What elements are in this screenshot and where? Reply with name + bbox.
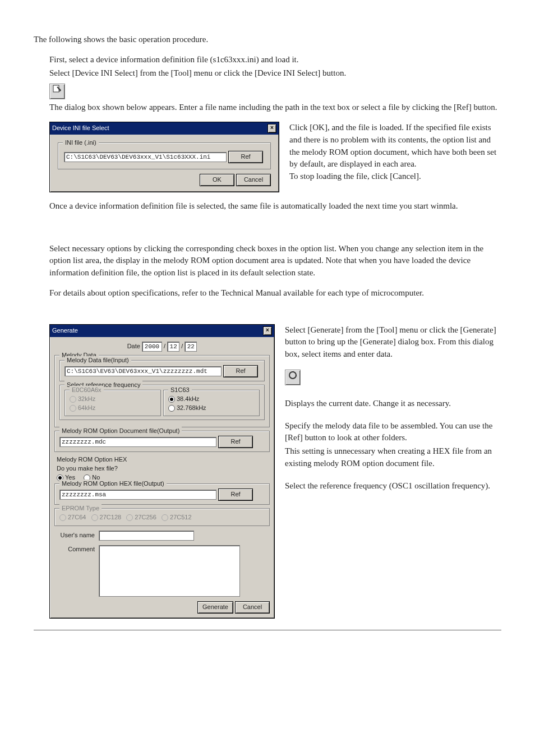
freq-left-title: E0C60A6x [70,386,104,395]
eprom-27c128: 27C128 [100,514,122,520]
freq-64khz: 64kHz [78,404,95,411]
radio-icon [126,514,133,521]
mdt-path-input[interactable]: C:\S1C63\EV63\DEV63xxx_V1\zzzzzzzz.mdt [64,366,222,376]
hex-file-legend: Melody ROM Option HEX file(Output) [59,480,167,488]
step1-line2: Select [Device INI Select] from the [Too… [49,67,501,80]
step1-right-text: Click [OK], and the file is loaded. If t… [289,122,501,170]
step2-line1: Select necessary options by clicking the… [49,243,501,279]
cancel-button[interactable]: Cancel [236,174,271,186]
mdc-legend: Melody ROM Option Document file(Output) [59,427,182,436]
generate-icon[interactable] [285,370,301,385]
ini-path-input[interactable]: C:\S1C63\DEV63\DEV63xxx_V1\S1c63XXX.ini [64,152,227,162]
step1-after-icon: The dialog box shown below appears. Ente… [49,102,501,114]
step2-line2: For details about option specifications,… [49,287,501,299]
comment-input[interactable] [99,545,240,597]
step3-r1: Select [Generate] from the [Tool] menu o… [285,324,501,361]
hex-group-label: Melody ROM Option HEX [57,455,270,464]
radio-icon [70,405,76,412]
user-name-label: User's name [54,531,95,540]
svg-rect-0 [53,85,59,92]
generate-dialog-title: Generate [52,326,78,335]
hex-question: Do you make hex file? [57,464,270,473]
close-icon[interactable]: × [268,124,276,133]
eprom-27c256: 27C256 [135,514,156,520]
eprom-27c64: 27C64 [68,514,86,520]
eprom-27c512: 27C512 [170,514,192,520]
freq-32khz: 32kHz [78,395,95,402]
eprom-legend: EPROM Type [59,504,102,513]
step1-bottom: Once a device information definition fil… [49,200,501,213]
date-year-input[interactable]: 2000 [142,342,162,352]
step3-r4: Select the reference frequency (OSC1 osc… [285,480,501,492]
ini-legend: INI file (.ini) [63,139,99,147]
freq-32768khz: 32.768kHz [177,404,206,411]
mdc-path-input[interactable]: zzzzzzzz.mdc [59,437,216,447]
radio-icon [91,514,98,521]
ref-button[interactable]: Ref [228,151,263,163]
step1-line1: First, select a device information defin… [49,54,501,66]
device-ini-dialog: Device INI file Select × INI file (.ini)… [49,122,279,192]
date-day-input[interactable]: 22 [185,342,197,352]
user-name-input[interactable] [99,531,194,541]
radio-icon [70,396,76,403]
cancel-button[interactable]: Cancel [235,601,270,614]
comment-label: Comment [54,545,95,554]
hex-path-input[interactable]: zzzzzzzz.msa [59,490,216,500]
radio-icon [59,514,66,521]
radio-icon[interactable] [168,405,175,412]
step3-r3a: Specify the melody data file to be assem… [285,420,501,445]
generate-button[interactable]: Generate [197,601,233,614]
dialog-title: Device INI file Select [52,124,109,133]
freq-right-title: S1C63 [168,386,192,395]
radio-icon [162,514,168,521]
ref-button[interactable]: Ref [218,488,253,501]
freq-384khz: 38.4kHz [177,395,199,402]
generate-dialog: Generate × Date 2000 / 12 / 22 Melody Da… [49,324,275,619]
step3-r2: Displays the current date. Change it as … [285,398,501,410]
radio-icon[interactable] [168,396,175,403]
step3-r3b: This setting is unnecessary when creatin… [285,445,501,470]
ref-button[interactable]: Ref [218,436,253,448]
intro-text: The following shows the basic operation … [34,34,501,46]
device-ini-select-icon[interactable] [49,84,65,99]
step1-right-text2: To stop loading the file, click [Cancel]… [289,170,501,183]
ref-button[interactable]: Ref [223,365,258,377]
date-label: Date [127,343,140,349]
close-icon[interactable]: × [263,326,272,335]
mdt-file-legend: Melody Data file(Input) [64,356,131,365]
date-month-input[interactable]: 12 [167,342,179,352]
ok-button[interactable]: OK [200,174,234,186]
footer-rule [34,630,501,630]
